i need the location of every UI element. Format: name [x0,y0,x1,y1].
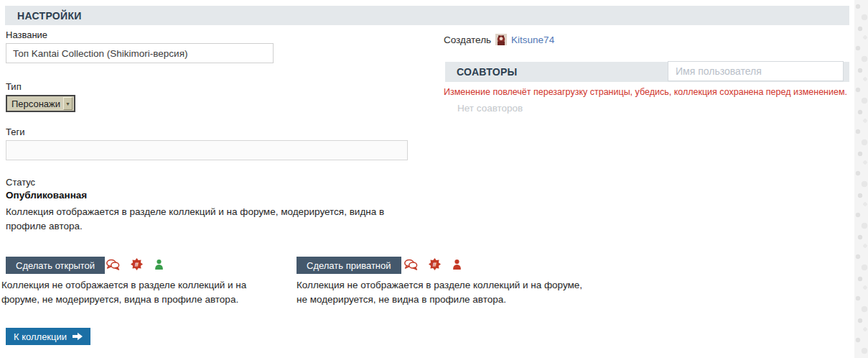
status-description: Коллекция отображается в разделе коллекц… [6,205,404,234]
arrow-right-icon [73,332,83,341]
coauthors-title: СОАВТОРЫ [457,66,518,78]
svg-text:#: # [135,260,139,268]
coauthor-username-input[interactable] [668,61,844,81]
creator-label: Создатель [444,35,491,45]
comments-icon [403,259,418,270]
open-option-description: Коллекция не отображается в разделе колл… [1,278,287,307]
user-avatar[interactable] [495,34,507,45]
page-title: НАСТРОЙКИ [17,10,82,22]
profile-person-icon [154,259,164,270]
svg-text:#: # [433,260,437,268]
open-option-icons: # [106,258,164,270]
make-open-button[interactable]: Сделать открытой [6,257,105,274]
creator-line: Создатель Kitsune74 [444,34,554,45]
moderation-badge-icon: # [131,258,143,270]
back-to-collection-button[interactable]: К коллекции [6,328,90,345]
make-private-button[interactable]: Сделать приватной [297,257,401,274]
comments-icon [106,259,120,270]
profile-person-icon [452,259,462,270]
chevron-down-icon: ▼ [63,97,73,110]
tags-label: Теги [6,127,24,137]
status-label: Статус [6,177,35,188]
moderation-badge-icon: # [429,258,441,270]
settings-header-bar: НАСТРОЙКИ [5,6,849,25]
type-select[interactable]: Персонажи ▼ [6,95,75,112]
back-to-collection-label: К коллекции [14,331,67,342]
tags-input[interactable] [6,140,408,160]
reload-warning-text: Изменение повлечёт перезагрузку страницы… [444,87,847,97]
private-option-icons: # [403,258,462,270]
type-select-value: Персонажи [11,98,60,109]
no-coauthors-text: Нет соавторов [457,103,523,114]
creator-username-link[interactable]: Kitsune74 [511,35,554,45]
status-value: Опубликованная [6,190,87,201]
background-pattern-strip [854,0,868,358]
name-label: Название [6,29,47,40]
name-input[interactable] [6,43,274,63]
private-option-description: Коллекция не отображается в разделе колл… [297,278,585,307]
type-label: Тип [6,81,22,92]
collection-settings-page: НАСТРОЙКИ Название Тип Персонажи ▼ Теги … [0,0,868,358]
